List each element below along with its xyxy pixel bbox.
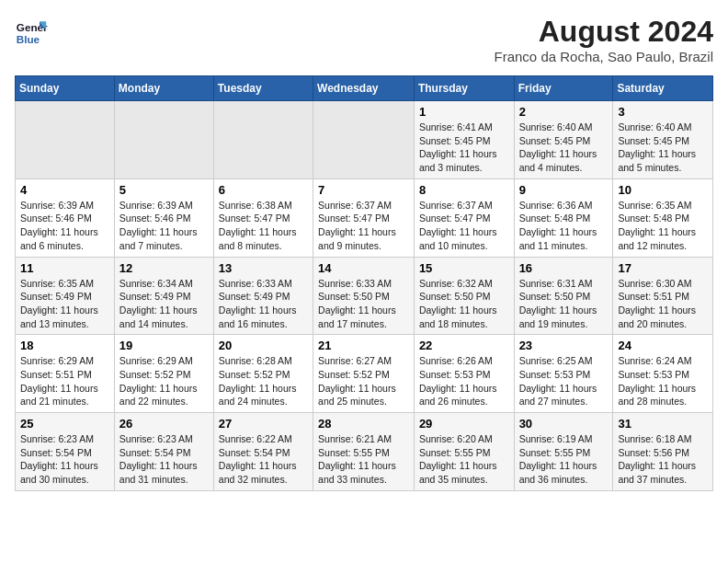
- day-number: 12: [119, 261, 209, 275]
- logo: General Blue General Blue: [15, 15, 48, 48]
- day-cell: 14Sunrise: 6:33 AM Sunset: 5:50 PM Dayli…: [313, 257, 415, 335]
- day-cell: 31Sunrise: 6:18 AM Sunset: 5:56 PM Dayli…: [613, 413, 713, 491]
- day-cell: 5Sunrise: 6:39 AM Sunset: 5:46 PM Daylig…: [114, 178, 213, 257]
- day-cell: 29Sunrise: 6:20 AM Sunset: 5:55 PM Dayli…: [414, 413, 514, 491]
- day-info: Sunrise: 6:23 AM Sunset: 5:54 PM Dayligh…: [119, 432, 209, 487]
- day-info: Sunrise: 6:40 AM Sunset: 5:45 PM Dayligh…: [618, 121, 708, 175]
- day-cell: [16, 101, 115, 179]
- week-row-3: 18Sunrise: 6:29 AM Sunset: 5:51 PM Dayli…: [16, 335, 713, 413]
- day-number: 23: [519, 339, 609, 352]
- day-cell: 8Sunrise: 6:37 AM Sunset: 5:47 PM Daylig…: [414, 178, 514, 257]
- day-number: 21: [318, 339, 409, 352]
- day-number: 8: [419, 183, 509, 197]
- day-cell: 10Sunrise: 6:35 AM Sunset: 5:48 PM Dayli…: [613, 178, 713, 257]
- day-cell: 9Sunrise: 6:36 AM Sunset: 5:48 PM Daylig…: [514, 178, 613, 257]
- day-number: 30: [519, 417, 609, 431]
- day-info: Sunrise: 6:30 AM Sunset: 5:51 PM Dayligh…: [618, 277, 708, 331]
- day-info: Sunrise: 6:36 AM Sunset: 5:48 PM Dayligh…: [519, 199, 609, 253]
- day-cell: 19Sunrise: 6:29 AM Sunset: 5:52 PM Dayli…: [114, 335, 213, 413]
- main-title: August 2024: [495, 15, 713, 49]
- day-cell: 2Sunrise: 6:40 AM Sunset: 5:45 PM Daylig…: [514, 101, 613, 179]
- day-number: 17: [618, 261, 708, 275]
- day-cell: 30Sunrise: 6:19 AM Sunset: 5:55 PM Dayli…: [514, 413, 613, 491]
- day-number: 2: [519, 105, 609, 119]
- day-cell: 1Sunrise: 6:41 AM Sunset: 5:45 PM Daylig…: [414, 101, 514, 179]
- day-cell: 24Sunrise: 6:24 AM Sunset: 5:53 PM Dayli…: [613, 335, 713, 413]
- day-info: Sunrise: 6:19 AM Sunset: 5:55 PM Dayligh…: [519, 432, 609, 487]
- day-number: 19: [119, 339, 209, 352]
- calendar-header: SundayMondayTuesdayWednesdayThursdayFrid…: [16, 76, 713, 101]
- week-row-0: 1Sunrise: 6:41 AM Sunset: 5:45 PM Daylig…: [16, 101, 713, 179]
- day-cell: 16Sunrise: 6:31 AM Sunset: 5:50 PM Dayli…: [514, 257, 613, 335]
- header-friday: Friday: [514, 76, 613, 101]
- day-info: Sunrise: 6:31 AM Sunset: 5:50 PM Dayligh…: [519, 277, 609, 331]
- day-number: 26: [119, 417, 209, 431]
- header-saturday: Saturday: [613, 76, 713, 101]
- day-info: Sunrise: 6:25 AM Sunset: 5:53 PM Dayligh…: [519, 354, 609, 408]
- header-thursday: Thursday: [414, 76, 514, 101]
- day-number: 3: [618, 105, 708, 119]
- day-number: 20: [219, 339, 308, 352]
- week-row-2: 11Sunrise: 6:35 AM Sunset: 5:49 PM Dayli…: [16, 257, 713, 335]
- day-info: Sunrise: 6:33 AM Sunset: 5:50 PM Dayligh…: [318, 277, 409, 331]
- day-number: 18: [20, 339, 109, 352]
- day-cell: 28Sunrise: 6:21 AM Sunset: 5:55 PM Dayli…: [313, 413, 415, 491]
- day-cell: 25Sunrise: 6:23 AM Sunset: 5:54 PM Dayli…: [16, 413, 115, 491]
- day-number: 27: [219, 417, 308, 431]
- day-info: Sunrise: 6:39 AM Sunset: 5:46 PM Dayligh…: [119, 199, 209, 253]
- day-info: Sunrise: 6:29 AM Sunset: 5:52 PM Dayligh…: [119, 354, 209, 408]
- day-cell: 6Sunrise: 6:38 AM Sunset: 5:47 PM Daylig…: [213, 178, 313, 257]
- week-row-4: 25Sunrise: 6:23 AM Sunset: 5:54 PM Dayli…: [16, 413, 713, 491]
- day-cell: 3Sunrise: 6:40 AM Sunset: 5:45 PM Daylig…: [613, 101, 713, 179]
- day-info: Sunrise: 6:28 AM Sunset: 5:52 PM Dayligh…: [219, 354, 308, 408]
- day-cell: 20Sunrise: 6:28 AM Sunset: 5:52 PM Dayli…: [213, 335, 313, 413]
- day-cell: 26Sunrise: 6:23 AM Sunset: 5:54 PM Dayli…: [114, 413, 213, 491]
- day-number: 13: [219, 261, 308, 275]
- day-number: 31: [618, 417, 708, 431]
- day-cell: [213, 101, 313, 179]
- day-number: 25: [20, 417, 109, 431]
- day-info: Sunrise: 6:29 AM Sunset: 5:51 PM Dayligh…: [20, 354, 109, 408]
- day-number: 1: [419, 105, 509, 119]
- day-info: Sunrise: 6:35 AM Sunset: 5:48 PM Dayligh…: [618, 199, 708, 253]
- week-row-1: 4Sunrise: 6:39 AM Sunset: 5:46 PM Daylig…: [16, 178, 713, 257]
- calendar-table: SundayMondayTuesdayWednesdayThursdayFrid…: [15, 75, 713, 491]
- title-area: August 2024 Franco da Rocha, Sao Paulo, …: [495, 15, 713, 64]
- day-info: Sunrise: 6:18 AM Sunset: 5:56 PM Dayligh…: [618, 432, 708, 487]
- day-info: Sunrise: 6:37 AM Sunset: 5:47 PM Dayligh…: [318, 199, 409, 253]
- page-header: General Blue General Blue August 2024 Fr…: [15, 15, 713, 64]
- day-number: 14: [318, 261, 409, 275]
- day-cell: 7Sunrise: 6:37 AM Sunset: 5:47 PM Daylig…: [313, 178, 415, 257]
- day-info: Sunrise: 6:22 AM Sunset: 5:54 PM Dayligh…: [219, 432, 308, 487]
- day-info: Sunrise: 6:38 AM Sunset: 5:47 PM Dayligh…: [219, 199, 308, 253]
- day-number: 16: [519, 261, 609, 275]
- day-cell: 22Sunrise: 6:26 AM Sunset: 5:53 PM Dayli…: [414, 335, 514, 413]
- day-cell: 23Sunrise: 6:25 AM Sunset: 5:53 PM Dayli…: [514, 335, 613, 413]
- calendar-body: 1Sunrise: 6:41 AM Sunset: 5:45 PM Daylig…: [16, 101, 713, 491]
- day-info: Sunrise: 6:32 AM Sunset: 5:50 PM Dayligh…: [419, 277, 509, 331]
- day-number: 28: [318, 417, 409, 431]
- day-info: Sunrise: 6:41 AM Sunset: 5:45 PM Dayligh…: [419, 121, 509, 175]
- day-info: Sunrise: 6:34 AM Sunset: 5:49 PM Dayligh…: [119, 277, 209, 331]
- day-info: Sunrise: 6:27 AM Sunset: 5:52 PM Dayligh…: [318, 354, 409, 408]
- day-info: Sunrise: 6:37 AM Sunset: 5:47 PM Dayligh…: [419, 199, 509, 253]
- day-info: Sunrise: 6:35 AM Sunset: 5:49 PM Dayligh…: [20, 277, 109, 331]
- day-info: Sunrise: 6:40 AM Sunset: 5:45 PM Dayligh…: [519, 121, 609, 175]
- svg-text:Blue: Blue: [17, 33, 40, 45]
- day-cell: 4Sunrise: 6:39 AM Sunset: 5:46 PM Daylig…: [16, 178, 115, 257]
- day-info: Sunrise: 6:20 AM Sunset: 5:55 PM Dayligh…: [419, 432, 509, 487]
- day-number: 5: [119, 183, 209, 197]
- day-number: 24: [618, 339, 708, 352]
- day-cell: 12Sunrise: 6:34 AM Sunset: 5:49 PM Dayli…: [114, 257, 213, 335]
- day-number: 10: [618, 183, 708, 197]
- day-info: Sunrise: 6:23 AM Sunset: 5:54 PM Dayligh…: [20, 432, 109, 487]
- day-cell: 21Sunrise: 6:27 AM Sunset: 5:52 PM Dayli…: [313, 335, 415, 413]
- day-cell: 18Sunrise: 6:29 AM Sunset: 5:51 PM Dayli…: [16, 335, 115, 413]
- day-number: 6: [219, 183, 308, 197]
- day-number: 7: [318, 183, 409, 197]
- day-cell: 11Sunrise: 6:35 AM Sunset: 5:49 PM Dayli…: [16, 257, 115, 335]
- day-number: 29: [419, 417, 509, 431]
- header-monday: Monday: [114, 76, 213, 101]
- day-info: Sunrise: 6:24 AM Sunset: 5:53 PM Dayligh…: [618, 354, 708, 408]
- day-cell: 15Sunrise: 6:32 AM Sunset: 5:50 PM Dayli…: [414, 257, 514, 335]
